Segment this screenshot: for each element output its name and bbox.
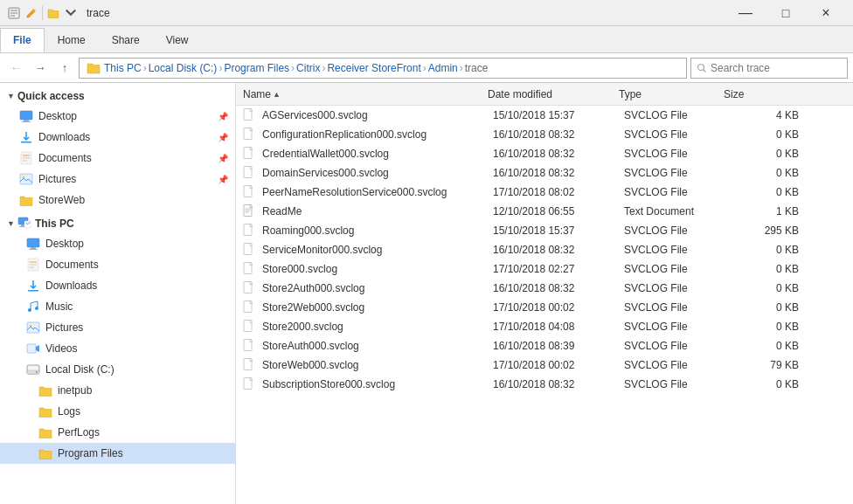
file-row[interactable]: SubscriptionStore000.svclog 16/10/2018 0… — [236, 375, 853, 394]
file-name: Store2000.svclog — [262, 321, 493, 333]
sidebar-item-desktop-qa[interactable]: Desktop 📌 — [0, 106, 235, 127]
sidebar-item-storeweb-qa[interactable]: StoreWeb — [0, 190, 235, 211]
tab-view[interactable]: View — [153, 28, 202, 52]
file-name: StoreWeb000.svclog — [262, 359, 493, 371]
file-row[interactable]: StoreAuth000.svclog 16/10/2018 08:39 SVC… — [236, 336, 853, 356]
search-input[interactable] — [711, 62, 824, 74]
thispc-header[interactable]: ▼ This PC — [0, 214, 235, 233]
sidebar-label-documents-pc: Documents — [45, 259, 228, 271]
file-icon — [243, 128, 257, 142]
file-date: 16/10/2018 08:32 — [493, 167, 624, 179]
col-header-size[interactable]: Size — [724, 88, 794, 100]
sidebar-item-downloads-pc[interactable]: Downloads — [0, 275, 235, 296]
address-path[interactable]: This PC › Local Disk (C:) › Program File… — [79, 58, 687, 79]
edit-title-icon[interactable] — [24, 6, 38, 20]
file-icon — [243, 108, 257, 122]
tab-share[interactable]: Share — [99, 28, 153, 52]
pin-icon-documents: 📌 — [218, 154, 228, 163]
sidebar-item-downloads-qa[interactable]: Downloads 📌 — [0, 127, 235, 148]
col-header-name[interactable]: Name ▲ — [243, 88, 488, 100]
dropdown-title-icon[interactable] — [64, 6, 78, 20]
sidebar-item-videos-pc[interactable]: Videos — [0, 338, 235, 359]
file-name: Store2Web000.svclog — [262, 301, 493, 314]
file-row[interactable]: AGServices000.svclog 15/10/2018 15:37 SV… — [236, 106, 853, 125]
svg-rect-19 — [29, 249, 38, 250]
minimize-btn[interactable]: — — [725, 0, 766, 26]
file-icon — [243, 377, 257, 391]
file-row[interactable]: ConfigurationReplication000.svclog 16/10… — [236, 125, 853, 144]
col-header-date[interactable]: Date modified — [488, 88, 619, 100]
close-btn[interactable]: × — [806, 0, 846, 26]
quick-access-header[interactable]: ▼ Quick access — [0, 86, 235, 106]
inetpub-folder-icon — [38, 383, 52, 397]
sidebar-item-pictures-qa[interactable]: Pictures 📌 — [0, 169, 235, 190]
file-row[interactable]: ServiceMonitor000.svclog 16/10/2018 08:3… — [236, 240, 853, 259]
file-row[interactable]: ReadMe 12/10/2018 06:55 Text Document 1 … — [236, 202, 853, 221]
sidebar-item-localdisk-pc[interactable]: Local Disk (C:) — [0, 359, 235, 380]
thispc-label: This PC — [35, 217, 74, 230]
file-row[interactable]: DomainServices000.svclog 16/10/2018 08:3… — [236, 163, 853, 183]
file-date: 17/10/2018 02:27 — [493, 263, 624, 275]
maximize-btn[interactable]: □ — [766, 0, 806, 26]
file-type: SVCLOG File — [624, 359, 729, 371]
svg-rect-27 — [27, 322, 39, 333]
svg-line-2 — [704, 69, 706, 72]
svg-rect-35 — [244, 148, 252, 159]
file-icon — [243, 185, 257, 199]
file-row[interactable]: Store2000.svclog 17/10/2018 04:08 SVCLOG… — [236, 317, 853, 336]
svg-rect-5 — [22, 121, 31, 122]
path-programfiles: Program Files — [224, 62, 289, 74]
file-row[interactable]: StoreWeb000.svclog 17/10/2018 00:02 SVCL… — [236, 356, 853, 375]
sidebar-item-desktop-pc[interactable]: Desktop — [0, 233, 235, 254]
sidebar-label-desktop-qa: Desktop — [38, 110, 218, 122]
sidebar-item-inetpub[interactable]: inetpub — [0, 380, 235, 401]
file-row[interactable]: CredentialWallet000.svclog 16/10/2018 08… — [236, 144, 853, 163]
svg-rect-3 — [20, 111, 32, 120]
tab-file[interactable]: File — [0, 28, 45, 52]
file-area: Name ▲ Date modified Type Size AGService… — [236, 83, 853, 504]
sidebar-item-logs[interactable]: Logs — [0, 401, 235, 422]
file-name: AGServices000.svclog — [262, 109, 493, 121]
pin-icon-downloads: 📌 — [218, 133, 228, 142]
sidebar-item-programfiles[interactable]: Program Files — [0, 443, 235, 464]
sidebar-item-music-pc[interactable]: Music — [0, 296, 235, 317]
ribbon-tabs: File Home Share View — [0, 26, 853, 52]
file-icon — [243, 224, 257, 238]
main-layout: ▼ Quick access Desktop 📌 Downloads 📌 Doc… — [0, 83, 853, 504]
back-button[interactable]: ← — [5, 58, 26, 79]
file-type: SVCLOG File — [624, 340, 729, 352]
path-citrix: Citrix — [296, 62, 320, 74]
file-date: 16/10/2018 08:32 — [493, 244, 624, 256]
folder-title-icon[interactable] — [46, 6, 60, 20]
thispc-arrow: ▼ — [7, 219, 16, 228]
col-header-type[interactable]: Type — [619, 88, 724, 100]
file-row[interactable]: Roaming000.svclog 15/10/2018 15:37 SVCLO… — [236, 221, 853, 240]
file-size: 0 KB — [729, 128, 799, 141]
search-box[interactable] — [690, 58, 848, 79]
file-row[interactable]: Store000.svclog 17/10/2018 02:27 SVCLOG … — [236, 259, 853, 279]
sidebar-item-pictures-pc[interactable]: Pictures — [0, 317, 235, 338]
svg-rect-17 — [27, 238, 39, 247]
sidebar-item-perflogs[interactable]: PerfLogs — [0, 422, 235, 443]
svg-rect-44 — [244, 263, 252, 274]
back-title-icon[interactable] — [7, 6, 21, 20]
path-admin: Admin — [428, 62, 458, 74]
forward-button[interactable]: → — [30, 58, 51, 79]
file-row[interactable]: PeerNameResolutionService000.svclog 17/1… — [236, 183, 853, 202]
sidebar-item-documents-pc[interactable]: Documents — [0, 254, 235, 275]
programfiles-folder-icon — [38, 446, 52, 460]
svg-rect-48 — [244, 340, 252, 351]
perflogs-folder-icon — [38, 425, 52, 439]
file-icon — [243, 166, 257, 180]
file-row[interactable]: Store2Auth000.svclog 16/10/2018 08:32 SV… — [236, 279, 853, 298]
file-icon — [243, 339, 257, 353]
sidebar-label-pictures-pc: Pictures — [45, 321, 228, 334]
tab-home[interactable]: Home — [45, 28, 99, 52]
sidebar-item-documents-qa[interactable]: Documents 📌 — [0, 148, 235, 169]
up-button[interactable]: ↑ — [54, 58, 75, 79]
file-size: 1 KB — [729, 205, 799, 217]
file-date: 16/10/2018 08:32 — [493, 282, 624, 294]
svg-rect-33 — [244, 109, 252, 121]
file-row[interactable]: Store2Web000.svclog 17/10/2018 00:02 SVC… — [236, 298, 853, 317]
sidebar-label-downloads-pc: Downloads — [45, 280, 228, 292]
